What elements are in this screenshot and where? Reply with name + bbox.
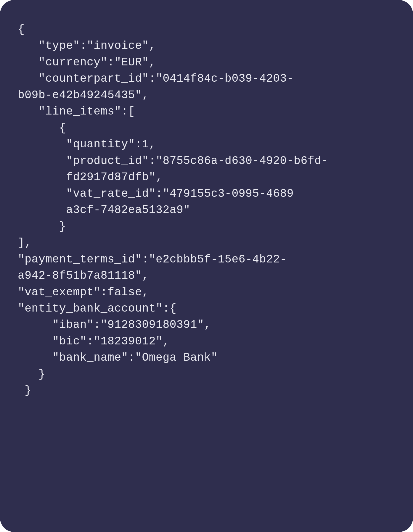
code-line: "product_id":"8755c86a-d630-4920-b6fd-	[18, 154, 328, 167]
code-line: a942-8f51b7a81118",	[18, 269, 149, 282]
code-line: "currency":"EUR",	[18, 56, 156, 69]
code-line: "entity_bank_account":{	[18, 302, 176, 315]
code-line: fd2917d87dfb",	[18, 171, 163, 183]
code-line: "line_items":[	[18, 105, 135, 118]
code-line: "vat_rate_id":"479155c3-0995-4689	[18, 187, 294, 200]
code-line: {	[18, 122, 66, 134]
code-line: a3cf-7482ea5132a9"	[18, 204, 190, 216]
code-line: "iban":"9128309180391",	[18, 318, 211, 331]
code-line: }	[18, 220, 66, 233]
code-line: "counterpart_id":"0414f84c-b039-4203-	[18, 72, 294, 85]
code-line: "bank_name":"Omega Bank"	[18, 351, 218, 364]
code-line: "bic":"18239012",	[18, 335, 170, 348]
code-line: b09b-e42b49245435",	[18, 89, 149, 101]
json-code-block: { "type":"invoice", "currency":"EUR", "c…	[0, 0, 413, 532]
code-line: "vat_exempt":false,	[18, 286, 149, 299]
code-line: "payment_terms_id":"e2cbbb5f-15e6-4b22-	[18, 253, 287, 266]
code-line: "quantity":1,	[18, 138, 156, 151]
code-line: "type":"invoice",	[18, 39, 156, 52]
code-line: }	[18, 368, 45, 381]
code-line: }	[18, 384, 32, 397]
code-line: {	[18, 23, 25, 36]
code-line: ],	[18, 236, 32, 249]
